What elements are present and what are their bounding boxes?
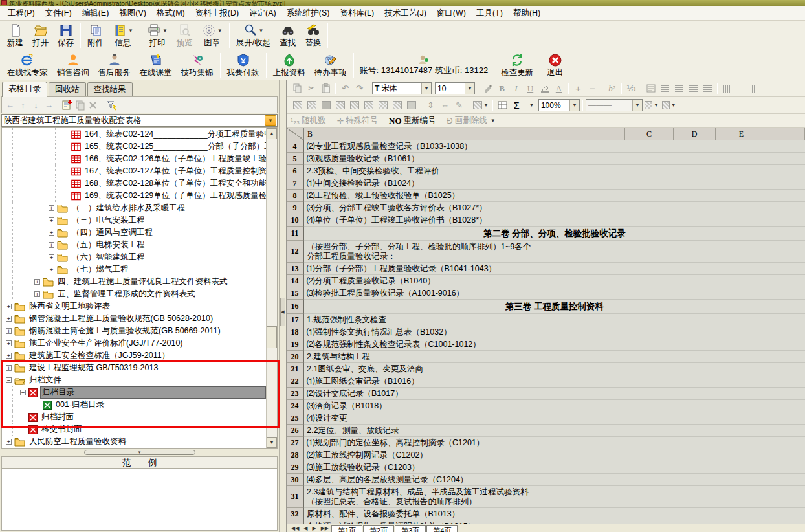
tree-item[interactable]: 001-归档目录 <box>2 399 266 411</box>
toolbar-button--12[interactable]: 查找 <box>275 23 300 48</box>
nav-down-icon[interactable]: ↓ <box>30 100 41 110</box>
tree-item-label[interactable]: （四）通风与空调工程 <box>71 227 154 238</box>
tree-item[interactable]: +人民防空工程质量验收资料 <box>2 436 266 448</box>
toolbar-button--0[interactable]: 新建 <box>3 23 28 48</box>
filter-icon[interactable] <box>105 100 117 111</box>
row-header[interactable]: 16 <box>287 300 304 314</box>
toolbar-button--3[interactable]: 在线课堂 <box>135 52 177 78</box>
row-content-cell[interactable]: 第三卷 工程质量控制资料 <box>304 300 805 314</box>
row-header[interactable]: 21 <box>287 363 304 375</box>
row-header[interactable]: 28 <box>287 449 304 461</box>
border-color-icon[interactable]: ▼ <box>643 99 660 112</box>
bold-icon[interactable]: B <box>495 82 509 95</box>
row-content-cell[interactable]: ⑷单位（子单位）工程竣工验收评价书（B1028*） <box>304 214 805 227</box>
row-content-cell[interactable]: ⑶洽商记录（B1018） <box>304 400 805 412</box>
link-icon[interactable]: ✎ <box>452 99 466 112</box>
row-header[interactable]: 12 <box>287 241 304 263</box>
expand-plus-icon[interactable]: + <box>6 316 12 322</box>
toolbar-button--7[interactable]: ▼打印 <box>142 23 172 48</box>
tree-item[interactable]: −归档目录 <box>2 386 266 399</box>
row-header[interactable]: 18 <box>287 326 304 338</box>
expand-plus-icon[interactable]: + <box>6 304 12 309</box>
expand-plus-icon[interactable]: + <box>49 205 54 211</box>
toolbar-button--2[interactable]: 保存 <box>53 23 78 48</box>
toolbar-button--4[interactable]: 技巧集锦 <box>177 52 218 78</box>
sheet-tab-1[interactable]: 第2页 <box>363 525 394 532</box>
row-header[interactable]: 30 <box>287 474 304 486</box>
menu-item-6[interactable]: 评定(A) <box>244 6 281 20</box>
expand-plus-icon[interactable]: + <box>34 279 40 285</box>
tree-item-label[interactable]: 归档封面 <box>40 412 75 423</box>
font-name-combo[interactable]: T 宋体 ▼ <box>372 82 432 94</box>
zoom-combo[interactable]: 100% ▼ <box>538 99 580 111</box>
copy-form-icon[interactable] <box>74 100 85 111</box>
toolbar-button--5[interactable]: ▼信息 <box>108 23 138 48</box>
tree-item-label[interactable]: 人民防空工程质量验收资料 <box>28 436 127 447</box>
row-content-cell[interactable]: 第二卷 分部、分项、检验批验收记录 <box>304 227 805 241</box>
increase-icon[interactable]: + <box>571 82 585 95</box>
tree-item-label[interactable]: 移交书封面 <box>40 424 83 435</box>
expand-plus-icon[interactable]: + <box>6 340 12 346</box>
row-header[interactable]: 27 <box>287 437 304 449</box>
decrease-icon[interactable]: − <box>586 82 599 95</box>
zoom-dropdown-icon[interactable]: ▼ <box>569 100 579 111</box>
scroll-thumb[interactable] <box>267 326 277 348</box>
tool-2[interactable]: NO重新编号 <box>389 115 436 126</box>
row-header[interactable]: 20 <box>287 351 304 363</box>
tree-item-label[interactable]: （三）电气安装工程 <box>71 215 146 226</box>
row-header[interactable]: 31 <box>287 486 304 508</box>
toolbar-button--1[interactable]: 销售咨询 <box>52 52 94 78</box>
col-width-icon[interactable]: ⇔ <box>438 99 452 112</box>
format-brush-icon[interactable] <box>481 82 494 95</box>
column-header-B[interactable]: B <box>304 128 625 140</box>
row-content-cell[interactable]: ⑵设计交底记录（B1017） <box>304 388 805 400</box>
row-content-cell[interactable]: 2.1图纸会审、交底、变更及洽商 <box>304 363 805 375</box>
vertical-text-center-icon[interactable] <box>734 82 748 95</box>
pattern-icon[interactable]: ▼ <box>472 99 490 112</box>
font-size-dropdown-icon[interactable]: ▼ <box>465 83 474 94</box>
scroll-down-icon[interactable]: ▼ <box>267 437 277 448</box>
row-content-cell[interactable]: ⑶施工放线验收记录（C1203） <box>304 461 805 474</box>
row-content-cell[interactable]: ⑷多层、高层的各层放线测量记录（C1204） <box>304 474 805 486</box>
fill-color-icon[interactable] <box>538 82 551 95</box>
sum-icon[interactable]: Σ <box>510 99 524 112</box>
tree-item[interactable]: 移交书封面 <box>2 423 266 436</box>
cut-icon[interactable]: ✂ <box>305 82 318 95</box>
row-content-cell[interactable]: ⑵工程预检、竣工预验收报验单（B1025） <box>304 190 805 202</box>
menu-item-2[interactable]: 编辑(E) <box>77 6 115 20</box>
toolbar-button--9[interactable]: DVD待办事项 <box>310 52 351 78</box>
toolbar-button--15[interactable]: 退出 <box>542 52 568 78</box>
collapse-left-icon[interactable]: ◀ <box>280 298 285 326</box>
nav-up-icon[interactable]: ↑ <box>17 100 28 110</box>
row-header[interactable]: 11 <box>287 227 304 241</box>
nav-left-icon[interactable]: ← <box>5 100 16 110</box>
row-header[interactable]: 7 <box>287 177 304 190</box>
tree-item-label[interactable]: 建设工程监理规范 GB/T50319-2013 <box>28 362 159 373</box>
menu-item-0[interactable]: 工程(P) <box>3 6 40 20</box>
row-content-cell[interactable]: ⑵各规范强制性条文检查记录表（C1001-1012） <box>304 338 805 351</box>
tree-item[interactable]: +建筑施工安全检查标准（JGJ59-2011） <box>2 349 266 362</box>
tree-item[interactable]: −归档文件 <box>2 374 266 386</box>
tree-item[interactable]: +钢筋混凝土筒仓施工与质量验收规范(GB 50669-2011) <box>2 325 266 337</box>
row-content-cell[interactable]: ⑴强制性条文执行情况汇总表（B1032） <box>304 326 805 338</box>
tab-next-icon[interactable]: ▶ <box>310 524 318 532</box>
row-header[interactable]: 17 <box>287 314 304 326</box>
tab-last-icon[interactable]: ▶▶ <box>319 524 331 532</box>
menu-item-7[interactable]: 系统维护(S) <box>281 6 335 20</box>
row-header[interactable]: 32 <box>287 508 304 520</box>
delete-col-icon[interactable] <box>390 99 404 112</box>
row-content-cell[interactable]: ⑷设计变更 <box>304 412 805 425</box>
vertical-text-left-icon[interactable] <box>720 82 734 95</box>
row-content-cell[interactable]: 2.建筑与结构工程 <box>304 351 805 363</box>
tree-item[interactable]: +（四）通风与空调工程 <box>2 227 266 239</box>
menu-item-11[interactable]: 工具(T) <box>471 6 508 20</box>
row-header[interactable]: 24 <box>287 400 304 412</box>
expand-plus-icon[interactable]: + <box>6 439 12 445</box>
font-name-dropdown-icon[interactable]: ▼ <box>421 83 431 94</box>
delete-row-icon[interactable] <box>376 99 390 112</box>
sheet-tab-0[interactable]: 第1页 <box>331 525 362 532</box>
tool-0[interactable]: ¹₂₃随机数 <box>291 115 326 126</box>
tree-item-label[interactable]: 四、建筑工程施工质量评优良工程文件资料表式 <box>56 276 229 287</box>
menu-item-5[interactable]: 资料上报(D) <box>190 6 244 20</box>
toolbar-button--0[interactable]: 在线找专家 <box>3 52 52 78</box>
